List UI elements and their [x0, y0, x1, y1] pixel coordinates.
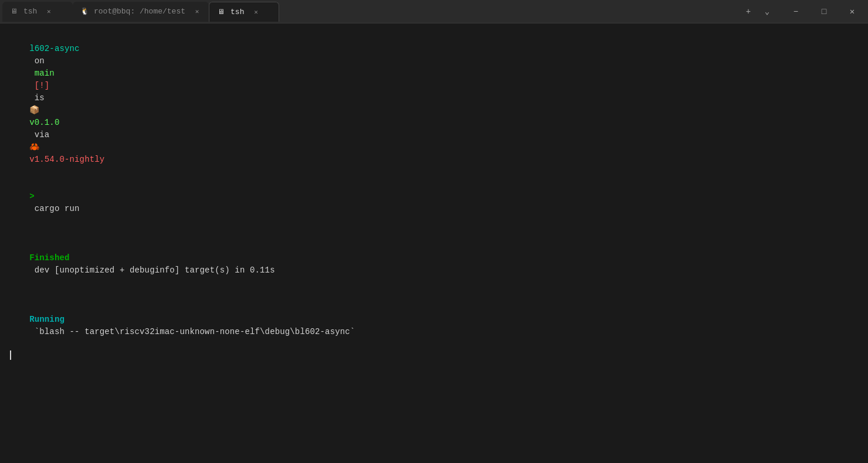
tab-bar: 🖥 tsh ✕ 🐧 root@bbq: /home/test ✕ 🖥 tsh ✕… — [0, 0, 868, 23]
exclamation-mark: [!] — [29, 81, 49, 90]
command-text: cargo run — [29, 204, 79, 213]
tab-icon-2: 🐧 — [80, 7, 89, 16]
branch-name: main — [35, 69, 55, 78]
rust-version-text: v1.54.0-nightly — [29, 155, 104, 164]
finished-line: Finished dev [unoptimized + debuginfo] t… — [9, 227, 859, 289]
tab-root-bbq[interactable]: 🐧 root@bbq: /home/test ✕ — [73, 2, 209, 22]
tab-dropdown-button[interactable]: ⌄ — [759, 4, 775, 20]
on-text: on — [29, 56, 49, 66]
tab-tsh-1[interactable]: 🖥 tsh ✕ — [2, 2, 73, 22]
prompt-arrow: > — [29, 192, 35, 201]
tab-icon-1: 🖥 — [9, 7, 19, 16]
tab-close-1[interactable]: ✕ — [44, 7, 53, 16]
tab-bar-right: + ⌄ − □ ✕ — [740, 0, 866, 23]
tab-close-2[interactable]: ✕ — [192, 7, 202, 16]
running-text: `blash -- target\riscv32imac-unknown-non… — [29, 327, 355, 336]
rust-icon: 🦀 — [29, 142, 39, 152]
minimize-button[interactable]: − — [782, 0, 809, 23]
project-name: l602-async — [29, 44, 79, 53]
close-button[interactable]: ✕ — [839, 0, 866, 23]
tab-label-1: tsh — [23, 7, 37, 16]
tab-icon-3: 🖥 — [216, 7, 226, 16]
terminal-cursor — [10, 350, 11, 360]
running-label: Running — [29, 315, 65, 324]
finished-label: Finished — [29, 253, 69, 263]
via-text: via — [29, 130, 55, 139]
tab-label-3: tsh — [230, 8, 244, 16]
branch-icon — [29, 69, 35, 78]
tab-label-2: root@bbq: /home/test — [94, 7, 185, 16]
window-controls: − □ ✕ — [782, 0, 866, 23]
maximize-button[interactable]: □ — [811, 0, 838, 23]
finished-text: dev [unoptimized + debuginfo] target(s) … — [29, 265, 275, 275]
terminal[interactable]: l602-async on main [!] is 📦 v0.1.0 via 🦀… — [0, 23, 868, 463]
running-line: Running `blash -- target\riscv32imac-unk… — [9, 289, 859, 350]
cursor-line — [9, 350, 859, 360]
new-tab-button[interactable]: + — [740, 4, 757, 20]
prompt-line: l602-async on main [!] is 📦 v0.1.0 via 🦀… — [9, 30, 859, 178]
tab-close-3[interactable]: ✕ — [251, 7, 260, 16]
package-icon: 📦 — [29, 105, 39, 115]
version-text: v0.1.0 — [29, 118, 59, 127]
tab-tsh-3[interactable]: 🖥 tsh ✕ — [209, 2, 279, 22]
command-line: > cargo run — [9, 178, 859, 227]
is-text: is — [29, 93, 49, 103]
